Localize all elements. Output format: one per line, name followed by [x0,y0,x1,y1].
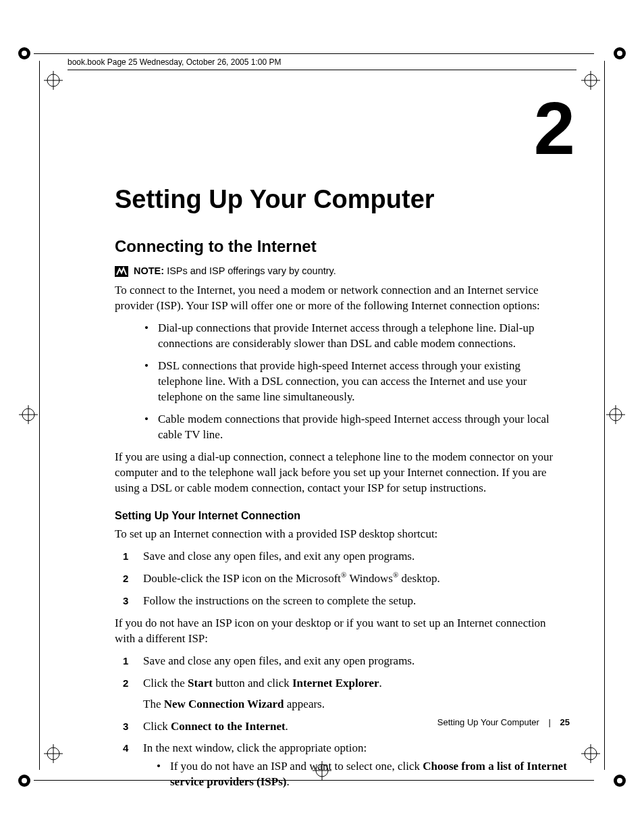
registration-icon [44,744,63,763]
running-head: book.book Page 25 Wednesday, October 26,… [68,57,576,70]
subsection-heading: Setting Up Your Internet Connection [115,509,567,523]
text: The [143,698,164,710]
text: desktop. [398,572,439,585]
bold-text: New Connection Wizard [164,698,284,710]
svg-point-3 [617,51,622,56]
list-item: Save and close any open files, and exit … [120,654,567,669]
list-item: Follow the instructions on the screen to… [120,594,567,609]
text: . [379,677,382,689]
note-text: NOTE: ISPs and ISP offerings vary by cou… [134,265,336,278]
list-item: If you do not have an ISP and want to se… [147,759,567,790]
registration-icon [606,405,625,424]
registration-icon [19,405,38,424]
paragraph: To set up an Internet connection with a … [115,527,567,542]
text: . [287,775,290,788]
nested-bullet-list: If you do not have an ISP and want to se… [143,759,567,790]
list-item: Save and close any open files, and exit … [120,549,567,565]
svg-point-5 [22,778,27,783]
bold-text: Internet Explorer [292,677,379,689]
text: Click the [143,677,188,689]
list-item: Cable modem connections that provide hig… [135,412,567,443]
svg-point-7 [617,778,622,783]
svg-point-1 [22,51,27,56]
text: In the next window, click the appropriat… [143,741,367,754]
text: Double-click the ISP icon on the Microso… [143,572,341,585]
crop-mark-icon [612,46,627,61]
text: Windows [346,572,392,585]
page-number: 25 [560,717,570,727]
crop-mark-icon [17,46,32,61]
list-item: In the next window, click the appropriat… [120,741,567,790]
paragraph: If you are using a dial-up connection, c… [115,450,567,496]
list-item: Click the Start button and click Interne… [120,676,567,712]
bullet-list: Dial-up connections that provide Interne… [115,321,567,443]
crop-mark-icon [612,773,627,788]
registration-icon [581,71,600,90]
paragraph: The New Connection Wizard appears. [143,697,567,712]
footer-section: Setting Up Your Computer [437,717,539,727]
note-icon [115,266,128,277]
list-item: Double-click the ISP icon on the Microso… [120,571,567,587]
section-heading: Connecting to the Internet [115,236,567,257]
list-item: Dial-up connections that provide Interne… [135,321,567,352]
registration-icon [44,71,63,90]
registration-icon [581,744,600,763]
crop-mark-icon [17,773,32,788]
text: button and click [213,677,292,689]
chapter-number: 2 [534,91,575,165]
page-footer: Setting Up Your Computer | 25 [115,717,570,727]
list-item: DSL connections that provide high-speed … [135,359,567,405]
note-label: NOTE: [134,265,164,276]
bold-text: Start [188,677,213,689]
text: If you do not have an ISP and want to se… [170,760,423,773]
page-body: Setting Up Your Computer Connecting to t… [115,182,567,797]
ordered-list: Save and close any open files, and exit … [115,549,567,609]
paragraph: If you do not have an ISP icon on your d… [115,616,567,647]
note-body: ISPs and ISP offerings vary by country. [164,265,336,276]
note-block: NOTE: ISPs and ISP offerings vary by cou… [115,265,567,278]
text: appears. [284,698,325,710]
footer-separator: | [549,717,551,727]
paragraph: To connect to the Internet, you need a m… [115,283,567,314]
page-title: Setting Up Your Computer [115,182,567,217]
